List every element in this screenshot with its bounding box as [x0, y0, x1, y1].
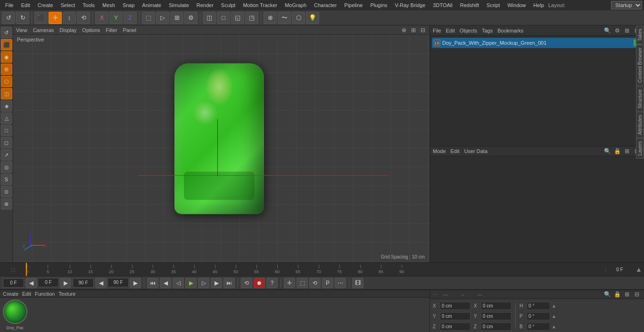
start-time-input[interactable]	[38, 278, 59, 287]
y-pos-input[interactable]	[440, 312, 471, 320]
obj-search-icon[interactable]: 🔍	[603, 26, 611, 35]
h-arrow-up[interactable]: ▲	[552, 303, 556, 308]
step-fwd-button[interactable]: ▷	[198, 278, 209, 288]
increase-frame-btn[interactable]: ▶	[60, 278, 71, 288]
left-tool-mode-2[interactable]: ◉	[1, 51, 12, 63]
vtab-takes[interactable]: Takes	[636, 25, 644, 44]
menu-pipeline[interactable]: Pipeline	[341, 1, 366, 9]
attr-lock-icon[interactable]: 🔒	[613, 147, 621, 155]
vtab-content-browser[interactable]: Content Browser	[636, 44, 644, 86]
obj-settings-icon[interactable]: ⚙	[613, 26, 621, 35]
left-tool-6[interactable]: ◈	[1, 100, 12, 112]
vp-menu-display[interactable]: Display	[59, 27, 76, 33]
x-rot-input[interactable]	[481, 302, 512, 310]
render-settings-button[interactable]: ⚙	[184, 12, 198, 24]
end-frame-plus[interactable]: ▶	[130, 278, 141, 288]
menu-sculpt[interactable]: Sculpt	[218, 1, 239, 9]
obj-menu-file[interactable]: File	[433, 28, 441, 33]
obj-expand-icon[interactable]: ⊞	[623, 26, 631, 35]
menu-select[interactable]: Select	[58, 1, 79, 9]
x-axis-button[interactable]: X	[95, 12, 108, 24]
p-arrow-up[interactable]: ▲	[552, 314, 556, 319]
hair-button[interactable]: 〜	[278, 12, 291, 24]
move-tool-transport[interactable]: ✛	[284, 278, 295, 288]
vtab-attributes[interactable]: Attributes	[636, 112, 644, 138]
layout-select[interactable]: Startup	[611, 1, 642, 9]
redo-button[interactable]: ↻	[16, 12, 29, 24]
coord-collapse-icon[interactable]: ⊟	[633, 290, 641, 299]
vp-menu-cameras[interactable]: Cameras	[33, 27, 54, 33]
loop-button[interactable]: ⟲	[241, 278, 252, 288]
vp-menu-view[interactable]: View	[16, 27, 27, 33]
undo-button[interactable]: ↺	[2, 12, 15, 24]
record-button[interactable]: ⏺	[254, 278, 265, 288]
mat-menu-create[interactable]: Create	[3, 291, 18, 297]
left-tool-mode-4[interactable]: ⬡	[1, 76, 12, 87]
decrease-frame-btn[interactable]: ◀	[25, 278, 37, 288]
left-tool-8[interactable]: □	[1, 125, 12, 136]
menu-edit[interactable]: Edit	[18, 1, 33, 9]
mat-menu-function[interactable]: Function	[35, 291, 55, 297]
menu-render[interactable]: Render	[193, 1, 217, 9]
menu-vray[interactable]: V-Ray Bridge	[392, 1, 429, 9]
render-region-button[interactable]: ⬚	[142, 12, 155, 24]
vp-menu-options[interactable]: Options	[82, 27, 100, 33]
vp-icon-expand[interactable]: ⊕	[400, 26, 408, 34]
y-rot-input[interactable]	[481, 312, 512, 320]
menu-3dtoall[interactable]: 3DTOAll	[429, 1, 455, 9]
mat-menu-edit[interactable]: Edit	[22, 291, 31, 297]
scale-tool-button[interactable]: ↕	[63, 12, 76, 24]
left-tool-mode-5[interactable]: ◫	[1, 88, 12, 99]
go-end-button[interactable]: ⏭	[223, 278, 235, 288]
rotate-tool-button[interactable]: ⟲	[77, 12, 90, 24]
render-to-po-button[interactable]: ⊞	[170, 12, 183, 24]
go-start-button[interactable]: ⏮	[147, 278, 158, 288]
front-button[interactable]: □	[217, 12, 230, 24]
coord-lock-icon[interactable]: 🔒	[613, 290, 621, 299]
b-arrow-up[interactable]: ▲	[552, 324, 556, 329]
obj-menu-bookmarks[interactable]: Bookmarks	[497, 28, 523, 33]
rotate-tool-transport[interactable]: ⟲	[309, 278, 321, 288]
side-button[interactable]: ◱	[231, 12, 244, 24]
left-tool-mode-3[interactable]: ⊞	[1, 64, 12, 75]
menu-simulate[interactable]: Simulate	[165, 1, 192, 9]
menu-motion-tracker[interactable]: Motion Tracker	[239, 1, 281, 9]
play-button[interactable]: ▶	[185, 278, 197, 288]
perspective-button[interactable]: ◫	[203, 12, 216, 24]
obj-menu-edit[interactable]: Edit	[446, 28, 455, 33]
left-tool-11[interactable]: ◎	[1, 162, 12, 173]
render-transport-button[interactable]: 🎞	[352, 278, 363, 288]
vp-menu-filter[interactable]: Filter	[106, 27, 117, 33]
coord-search-icon[interactable]: 🔍	[603, 290, 611, 299]
menu-mesh[interactable]: Mesh	[99, 1, 118, 9]
end-frame-value[interactable]	[107, 278, 129, 287]
z-rot-input[interactable]	[481, 323, 512, 331]
move-tool-button[interactable]: ✛	[49, 12, 62, 24]
left-tool-10[interactable]: ↗	[1, 149, 12, 161]
top-button[interactable]: ◳	[245, 12, 258, 24]
record-mode-button[interactable]: ?	[266, 278, 278, 288]
material-item[interactable]: Doy_Pac	[3, 300, 27, 330]
attr-menu-userdata[interactable]: User Data	[464, 148, 488, 154]
end-time-input[interactable]	[73, 278, 94, 288]
h-input[interactable]	[527, 302, 550, 310]
vp-icon-lock[interactable]: ⊟	[419, 26, 427, 34]
step-fwd2-button[interactable]: ▶	[211, 278, 222, 288]
camera-button[interactable]: ⬡	[292, 12, 305, 24]
step-back-button[interactable]: ◀	[160, 278, 171, 288]
left-tool-1[interactable]: ↺	[1, 27, 12, 38]
y-axis-button[interactable]: Y	[109, 12, 123, 24]
menu-tools[interactable]: Tools	[79, 1, 98, 9]
vtab-structure[interactable]: Structure	[636, 86, 644, 112]
attr-menu-edit[interactable]: Edit	[451, 148, 460, 154]
scale-tool-transport[interactable]: ⬚	[297, 278, 308, 288]
object-item[interactable]: L0 Doy_Pack_With_Zipper_Mockup_Green_001	[432, 38, 642, 48]
obj-menu-objects[interactable]: Objects	[460, 28, 477, 33]
attr-menu-mode[interactable]: Mode	[433, 148, 446, 154]
viewport[interactable]: Perspective X Y Z	[13, 35, 429, 262]
menu-window[interactable]: Window	[504, 1, 529, 9]
b-input[interactable]	[527, 323, 550, 331]
menu-script[interactable]: Script	[483, 1, 503, 9]
create-sculpt-button[interactable]: ⊕	[264, 12, 277, 24]
left-tool-7[interactable]: △	[1, 113, 12, 124]
